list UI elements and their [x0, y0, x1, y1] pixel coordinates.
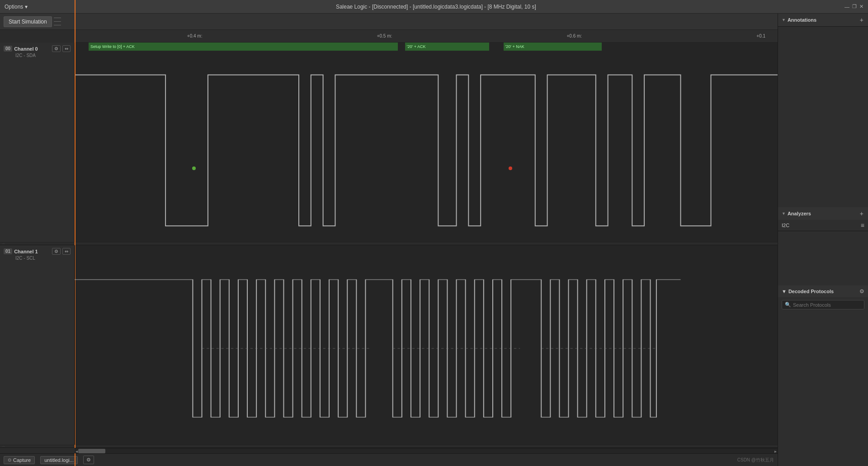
analyzers-title: Analyzers [788, 211, 811, 216]
toolbar-handle[interactable] [54, 16, 61, 27]
decoded-content [778, 312, 868, 466]
scrollbar-thumb[interactable] [78, 449, 105, 453]
channel-0-settings-button[interactable]: ⚙ [52, 45, 61, 52]
decoded-protocols-section: ▼ Decoded Protocols ⚙ 🔍 [778, 285, 868, 466]
right-panel: ▼ Annotations + ▼ Analyzers + I2C ≡ [778, 14, 868, 466]
bottom-settings-button[interactable]: ⚙ [83, 456, 94, 464]
decoded-arrow: ▼ [782, 289, 787, 294]
channel-1-number: 01 [4, 248, 12, 254]
channel-1-label: 01 Channel 1 ⚙ ⇔ I2C - SCL [0, 245, 75, 445]
decoded-settings-button[interactable]: ⚙ [859, 288, 864, 295]
close-button[interactable]: ✕ [859, 4, 863, 10]
channels-area: +0.4 m: +0.5 m: +0.6 m: +0.1 00 Channel … [0, 30, 778, 448]
annotations-add-button[interactable]: + [859, 16, 864, 24]
time-ruler: +0.4 m: +0.5 m: +0.6 m: +0.1 [75, 30, 778, 43]
scroll-left-arrow[interactable]: ◂ [75, 449, 78, 454]
search-icon: 🔍 [785, 302, 791, 308]
annotations-title: Annotations [788, 17, 816, 23]
channel-0-name: Channel 0 [14, 46, 38, 52]
search-protocols-input[interactable] [793, 302, 861, 308]
analyzers-section: ▼ Analyzers + I2C ≡ [778, 207, 868, 231]
channel-1-waveform [75, 245, 778, 445]
analyzers-add-button[interactable]: + [859, 210, 864, 217]
watermark: CSDN @竹秋五月 [737, 457, 774, 463]
channel-0-waveform: Setup Write to [0] + ACK '20' + ACK '20'… [75, 43, 778, 242]
annotations-content [778, 27, 868, 207]
scroll-right-arrow[interactable]: ▸ [774, 449, 777, 454]
decoded-title-label: Decoded Protocols [788, 289, 834, 294]
h-scrollbar[interactable]: ◂ ▸ [75, 448, 778, 453]
time-marker-2: +0.5 m: [377, 33, 392, 38]
window-title: Saleae Logic - [Disconnected] - [untitle… [28, 4, 844, 10]
channel-1-row: 01 Channel 1 ⚙ ⇔ I2C - SCL [0, 245, 778, 445]
waveform-svg-ch1 [75, 245, 778, 445]
file-tab-label: untitled.logi... [44, 457, 74, 463]
analyzer-i2c-label: I2C [782, 223, 789, 228]
annotations-section: ▼ Annotations + [778, 14, 868, 27]
analyzer-i2c: I2C ≡ [778, 220, 868, 231]
time-marker-4: +0.1 [756, 33, 765, 38]
waveform-svg-ch0 [75, 43, 778, 242]
annotations-arrow: ▼ [782, 18, 786, 22]
capture-label: Capture [13, 457, 31, 463]
channel-0-label: 00 Channel 0 ⚙ ⇔ I2C - SDA [0, 43, 75, 242]
toolbar: Start Simulation [0, 14, 778, 30]
analyzers-content [778, 231, 868, 285]
title-bar: Options ▾ Saleae Logic - [Disconnected] … [0, 0, 868, 14]
analyzer-i2c-menu-button[interactable]: ≡ [861, 222, 864, 229]
channel-0-row: 00 Channel 0 ⚙ ⇔ I2C - SDA [0, 43, 778, 243]
channel-1-settings-button[interactable]: ⚙ [52, 248, 61, 255]
start-simulation-button[interactable]: Start Simulation [4, 16, 52, 27]
channel-1-name: Channel 1 [14, 249, 38, 254]
analyzers-arrow: ▼ [782, 211, 786, 216]
channel-0-number: 00 [4, 46, 12, 52]
search-protocols-container: 🔍 [782, 300, 864, 309]
channel-1-expand-button[interactable]: ⇔ [62, 248, 71, 255]
time-marker-3: +0.6 m: [567, 33, 582, 38]
analyzers-header[interactable]: ▼ Analyzers + [778, 207, 868, 220]
channel-0-expand-button[interactable]: ⇔ [62, 45, 71, 52]
decoded-protocols-header[interactable]: ▼ Decoded Protocols ⚙ [778, 285, 868, 297]
channel-0-sublabel: I2C - SDA [15, 53, 71, 58]
channel-0-wrapper: 00 Channel 0 ⚙ ⇔ I2C - SDA [0, 43, 778, 245]
capture-tab[interactable]: ⊙ Capture [4, 456, 35, 464]
channel-1-wrapper: 01 Channel 1 ⚙ ⇔ I2C - SCL [0, 245, 778, 448]
file-tab[interactable]: untitled.logi... [40, 456, 78, 464]
minimize-button[interactable]: — [844, 4, 849, 10]
time-marker-1: +0.4 m: [187, 33, 203, 38]
restore-button[interactable]: ❐ [852, 4, 857, 10]
options-menu[interactable]: Options ▾ [5, 4, 28, 10]
channel-1-sublabel: I2C - SCL [15, 256, 71, 261]
capture-icon: ⊙ [8, 457, 11, 462]
annotations-header[interactable]: ▼ Annotations + [778, 14, 868, 26]
bottom-bar: ⊙ Capture untitled.logi... ⚙ CSDN @竹秋五月 [0, 453, 778, 466]
